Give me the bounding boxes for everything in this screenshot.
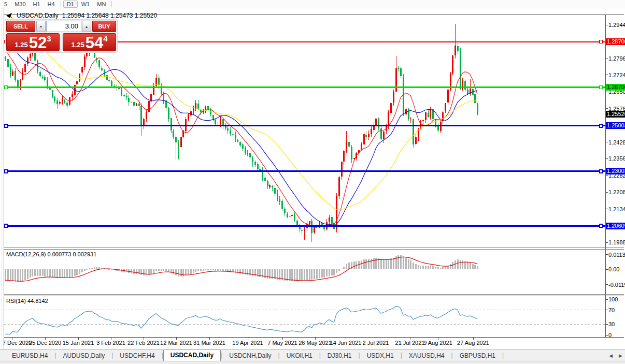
hline-handle[interactable] [5,124,8,127]
rsi-label: RSI(14) 44.8142 [6,298,48,304]
hline-handle[interactable] [5,170,8,173]
horizontal-line-objects [4,40,605,228]
buy-price-big: 54 [86,35,103,51]
hline-handle[interactable] [600,40,603,43]
candlestick-series [5,24,478,242]
chart-symbol-period: USDCAD,Daily [17,12,59,19]
one-click-trading-arrow-icon[interactable] [6,12,13,19]
hline-handle[interactable] [5,224,8,227]
macd-label: MACD(12,26,9) 0.000773 0.002931 [6,251,96,257]
buy-button[interactable]: BUY [92,21,116,32]
chart-tab-bar: EURUSD,H4|AUDUSD,Daily|USDCHF,H4|USDCAD,… [0,350,625,361]
timeframe-button-mn[interactable]: MN [93,1,109,8]
toolbar-separator [61,1,61,7]
volume-increase-icon[interactable]: ▲ [82,21,91,32]
trade-prices-row: 1.25 52 3 1.25 54 4 [6,33,116,51]
status-bar [0,361,625,364]
chart-ohlc-values: 1.25594 1.25648 1.25473 1.25520 [62,12,158,19]
timeframe-toolbar: 5M30H1H4D1W1MN [0,0,625,8]
volume-field[interactable]: 3.00 [46,21,81,32]
tab-separator: | [502,352,504,360]
rsi-line [5,307,477,334]
tab-scroll-right-icon[interactable]: ▶ [619,353,622,358]
timeframe-button-w1[interactable]: W1 [78,1,94,8]
sell-price-sup: 3 [47,34,51,43]
chart-title: USDCAD,Daily 1.25594 1.25648 1.25473 1.2… [6,12,157,19]
volume-decrease-icon[interactable]: ▼ [36,21,46,32]
moving-average-8 [5,50,477,227]
toolbar-separator [111,1,112,7]
sell-button[interactable]: SELL [6,21,35,32]
chart-tab-dj30[interactable]: DJ30,H1 [321,351,359,361]
chart-tab-ukoil[interactable]: UKOil,H1 [280,351,319,361]
trade-buttons-row: SELL ▼ 3.00 ▲ BUY [6,21,116,32]
macd-histogram [5,255,478,282]
timeframe-button-h4[interactable]: H4 [44,1,59,8]
hline-handle[interactable] [600,170,603,173]
timeframe-button-m30[interactable]: M30 [11,1,29,8]
chart-tab-usdcad[interactable]: USDCAD,Daily [163,350,221,361]
one-click-trading-panel: SELL ▼ 3.00 ▲ BUY 1.25 52 3 1.25 54 4 [5,19,118,53]
sell-price-small: 1.25 [15,41,27,49]
hline-handle[interactable] [600,124,603,127]
timeframe-button-d1[interactable]: D1 [63,1,78,8]
chart-tab-usdcnh[interactable]: USDCNH,Daily [222,351,278,361]
chart-tab-audusd[interactable]: AUDUSD,Daily [56,351,111,361]
hline-handle[interactable] [5,85,8,89]
tab-scroll-left-icon[interactable]: ◀ [609,353,613,358]
moving-average-17 [5,36,477,226]
hline-handle[interactable] [600,224,603,227]
sell-price-box[interactable]: 1.25 52 3 [6,33,60,51]
timeframe-button-h1[interactable]: H1 [30,1,44,8]
volume-spinner: ▼ 3.00 ▲ [36,21,91,32]
sell-price-big: 52 [29,35,47,51]
chart-tab-usdx[interactable]: USDX,H1 [360,351,401,361]
buy-price-small: 1.25 [71,41,84,49]
chart-canvas[interactable] [0,0,625,364]
buy-price-sup: 4 [103,34,107,43]
buy-price-box[interactable]: 1.25 54 4 [63,33,116,51]
chart-tab-gbpusd[interactable]: GBPUSD,H1 [453,351,502,361]
timeframe-button-5[interactable]: 5 [1,1,11,8]
chart-tab-eurusd[interactable]: EURUSD,H4 [5,351,54,361]
hline-handle[interactable] [600,85,603,89]
chart-tab-xauusd[interactable]: XAUUSD,H4 [402,351,451,361]
chart-tab-usdchf[interactable]: USDCHF,H4 [113,351,161,361]
